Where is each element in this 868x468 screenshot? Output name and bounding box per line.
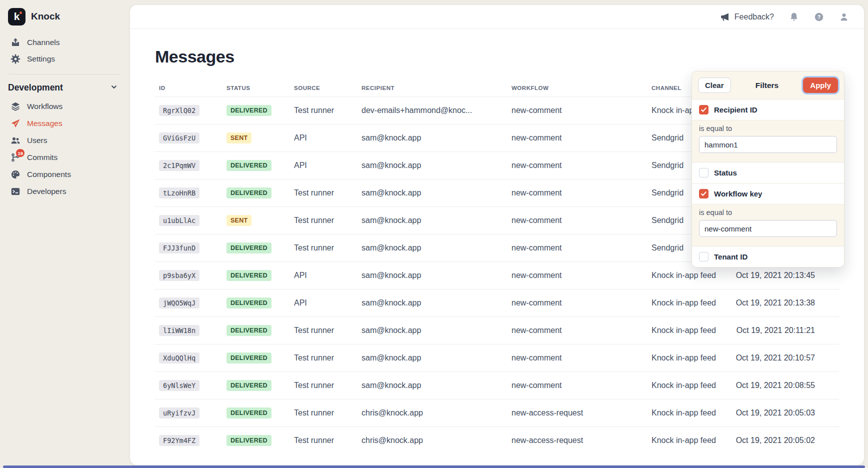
checkbox-unchecked-icon[interactable]	[699, 252, 708, 262]
source-cell: Test runner	[290, 408, 358, 418]
timestamp-cell: Oct 19, 2021 20:05:02	[729, 436, 839, 445]
recipient-cell: sam@knock.app	[358, 354, 508, 362]
feedback-label: Feedback?	[734, 12, 774, 22]
filter-field-status[interactable]: Status	[692, 162, 844, 183]
workflow-cell: new-comment	[508, 381, 648, 390]
filter-field-workflow-key[interactable]: Workflow key	[692, 183, 844, 204]
checkbox-checked-icon[interactable]	[699, 189, 708, 198]
source-cell: Test runner	[290, 354, 358, 362]
knock-logo-icon: k	[8, 8, 26, 26]
users-icon	[10, 136, 20, 146]
filter-operator-label: is equal to	[699, 124, 837, 132]
message-id: F92Ym4FZ	[159, 435, 200, 446]
status-badge: DELIVERED	[226, 188, 272, 198]
table-row[interactable]: uRyifzvJDELIVEREDTest runnerchris@knock.…	[155, 399, 839, 426]
user-avatar-icon[interactable]	[839, 12, 849, 22]
filter-field-recipient-id[interactable]: Recipient ID	[692, 99, 844, 120]
bell-icon[interactable]	[789, 12, 799, 22]
table-row[interactable]: XduQQlHqDELIVEREDTest runnersam@knock.ap…	[155, 344, 839, 372]
workflow-cell: new-comment	[508, 188, 648, 198]
workflow-cell: new-comment	[508, 244, 648, 252]
svg-text:?: ?	[818, 14, 821, 20]
chevron-down-icon[interactable]	[110, 83, 118, 93]
feedback-button[interactable]: Feedback?	[720, 12, 774, 22]
clear-filters-button[interactable]: Clear	[698, 78, 731, 93]
sidebar-item-workflows[interactable]: Workflows	[0, 98, 130, 115]
bottom-scrollbar[interactable]	[3, 466, 865, 468]
sidebar-item-users[interactable]: Users	[0, 132, 130, 149]
status-badge: DELIVERED	[222, 160, 290, 171]
timestamp-cell: Oct 19, 2021 20:05:03	[729, 408, 839, 418]
source-cell: Test runner	[290, 106, 358, 115]
table-row[interactable]: jWQO5WqJDELIVEREDAPIsam@knock.appnew-com…	[155, 289, 839, 316]
checkbox-checked-icon[interactable]	[699, 105, 708, 114]
sidebar: k Knock ChannelsSettings Development Wor…	[0, 0, 130, 468]
filter-field-tenant-id[interactable]: Tenant ID	[692, 246, 844, 267]
filter-value-input-recipient-id[interactable]	[699, 136, 837, 153]
recipient-cell: sam@knock.app	[358, 134, 508, 142]
sidebar-section-development[interactable]: Development	[0, 78, 130, 97]
workflow-cell: new-comment	[508, 326, 648, 335]
column-header-source: SOURCE	[290, 76, 358, 91]
commits-count-badge: 19	[16, 149, 24, 157]
timestamp-cell: Oct 19, 2021 20:11:21	[729, 326, 839, 335]
recipient-cell: sam@knock.app	[358, 188, 508, 198]
message-id: 6yNlsWeY	[159, 380, 200, 391]
checkbox-unchecked-icon[interactable]	[699, 168, 708, 178]
sidebar-item-settings[interactable]: Settings	[0, 50, 130, 67]
message-id: p9sba6yX	[155, 270, 222, 281]
sidebar-item-channels[interactable]: Channels	[0, 34, 130, 50]
filter-field-label: Workflow key	[714, 190, 762, 198]
message-id: 2c1PqmWV	[155, 160, 222, 171]
source-cell: Test runner	[290, 188, 358, 198]
message-id: u1ubLlAc	[155, 215, 222, 226]
source-cell: Test runner	[290, 216, 358, 225]
filter-operator-section: is equal to	[692, 204, 844, 246]
terminal-icon	[10, 186, 20, 196]
status-badge: DELIVERED	[226, 435, 272, 446]
page-title: Messages	[155, 47, 839, 66]
status-badge: DELIVERED	[226, 270, 272, 281]
section-title: Development	[8, 82, 63, 93]
recipient-cell: sam@knock.app	[358, 161, 508, 170]
table-row[interactable]: F92Ym4FZDELIVEREDTest runnerchris@knock.…	[155, 426, 839, 454]
sidebar-item-commits[interactable]: 19Commits	[0, 149, 130, 166]
status-badge: DELIVERED	[222, 105, 290, 116]
status-badge: DELIVERED	[222, 298, 290, 308]
message-id: GViGsFzU	[159, 132, 200, 144]
source-cell: API	[290, 271, 358, 280]
sidebar-item-label: Developers	[27, 187, 66, 196]
message-id: uRyifzvJ	[159, 408, 200, 418]
sidebar-item-developers[interactable]: Developers	[0, 183, 130, 200]
column-header-recipient: RECIPIENT	[358, 76, 508, 91]
message-id: 2c1PqmWV	[159, 160, 200, 171]
status-badge: DELIVERED	[226, 352, 272, 364]
status-badge: DELIVERED	[226, 325, 272, 336]
sidebar-item-components[interactable]: Components	[0, 166, 130, 183]
timestamp-cell: Oct 19, 2021 20:13:38	[729, 298, 839, 308]
filters-popup-title: Filters	[756, 81, 779, 90]
brand[interactable]: k Knock	[0, 7, 130, 26]
help-icon[interactable]: ?	[814, 12, 824, 22]
sidebar-item-messages[interactable]: Messages	[0, 115, 130, 132]
status-badge: DELIVERED	[222, 352, 290, 364]
status-badge: DELIVERED	[226, 105, 272, 116]
layers-icon	[10, 102, 20, 112]
workflow-cell: new-comment	[508, 298, 648, 308]
channel-cell: Knock in-app feed	[648, 326, 729, 335]
filter-fields: Recipient IDis equal toStatusWorkflow ke…	[692, 99, 844, 267]
channel-cell: Knock in-app feed	[648, 381, 729, 390]
channel-cell: Knock in-app feed	[648, 354, 729, 362]
message-id: p9sba6yX	[159, 270, 200, 281]
message-id: GViGsFzU	[155, 132, 222, 144]
table-row[interactable]: 6yNlsWeYDELIVEREDTest runnersam@knock.ap…	[155, 372, 839, 399]
filter-value-input-workflow-key[interactable]	[699, 220, 837, 237]
megaphone-icon	[720, 12, 730, 22]
apply-filters-button[interactable]: Apply	[803, 78, 838, 93]
status-badge: SENT	[226, 215, 252, 226]
table-row[interactable]: lIiWW18nDELIVEREDTest runnersam@knock.ap…	[155, 316, 839, 344]
sidebar-divider	[9, 74, 121, 74]
source-cell: Test runner	[290, 381, 358, 390]
source-cell: Test runner	[290, 244, 358, 252]
timestamp-cell: Oct 19, 2021 20:10:57	[729, 354, 839, 362]
